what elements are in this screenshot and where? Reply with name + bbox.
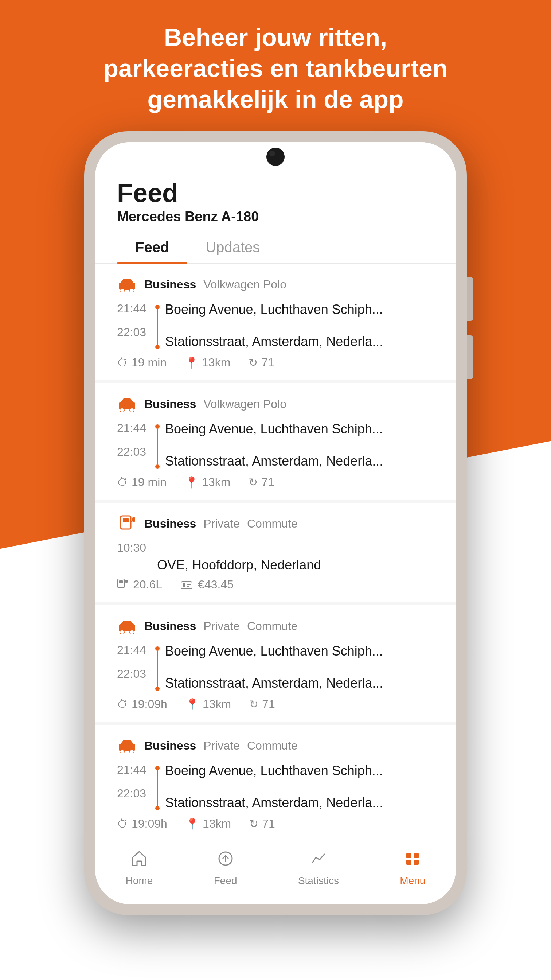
svg-point-2 [130,288,134,292]
camera-area [95,142,456,171]
car-icon-1 [117,275,137,294]
duration-4: 19:09h [132,697,167,711]
phone-wrapper: Feed Mercedes Benz A-180 Feed Updates [84,131,467,915]
svg-rect-15 [183,583,186,587]
fuel-meta-3: 20.6L €43.45 [117,578,434,591]
bottom-nav: Home Feed [95,838,456,904]
camera-dot [267,148,284,166]
nav-home[interactable]: Home [126,850,153,887]
svg-point-23 [120,749,124,753]
distance-1: 13km [202,356,230,369]
time-to-2: 22:03 [117,445,150,459]
route-times-4: 21:44 22:03 [117,643,150,691]
time-from-2: 21:44 [117,422,150,435]
route-to-2: Stationsstraat, Amsterdam, Nederla... [165,453,383,469]
trip-meta-1: ⏱ 19 min 📍 13km ↻ 71 [117,356,434,369]
refresh-icon-5: ↻ [249,818,258,830]
svg-point-1 [120,288,124,292]
feed-item-3: Business Private Commute 10:30 OVE, Hoof… [95,503,456,602]
tab-feed[interactable]: Feed [117,228,187,263]
app-header: Feed Mercedes Benz A-180 [95,171,456,228]
route-container-2: 21:44 22:03 Boeing Avenue, Luchthaven Sc… [117,422,434,469]
time-from-4: 21:44 [117,643,150,657]
route-addresses-5: Boeing Avenue, Luchthaven Schiph... Stat… [165,763,383,810]
pin-icon-2: 📍 [185,476,198,488]
meta-liters-3: 20.6L [117,578,162,591]
nav-statistics[interactable]: Statistics [298,850,339,887]
route-bar-2 [155,422,160,469]
pin-icon-4: 📍 [186,698,199,711]
feed-icon [216,850,235,872]
meta-score-1: ↻ 71 [249,356,275,369]
menu-icon [403,850,422,872]
header-text: Beheer jouw ritten, parkeeracties en tan… [0,22,551,115]
score-1: 71 [261,356,275,369]
svg-point-4 [120,408,124,412]
route-container-4: 21:44 22:03 Boeing Avenue, Luchthaven Sc… [117,643,434,691]
tag-private-4: Private [203,619,240,633]
tag-business-2: Business [144,398,196,411]
time-from-5: 21:44 [117,763,150,776]
fuel-address-3: OVE, Hoofddorp, Nederland [157,557,434,573]
nav-menu-label: Menu [400,875,425,887]
meta-duration-4: ⏱ 19:09h [117,697,167,711]
svg-rect-27 [407,853,411,858]
meta-distance-4: 📍 13km [186,697,231,711]
route-to-5: Stationsstraat, Amsterdam, Nederla... [165,795,383,810]
meta-score-2: ↻ 71 [249,476,275,489]
tag-commute-4: Commute [247,619,298,633]
header-line3: gemakkelijk in de app [29,84,522,115]
item-header-3: Business Private Commute [117,514,434,534]
route-container-5: 21:44 22:03 Boeing Avenue, Luchthaven Sc… [117,763,434,810]
route-addresses-4: Boeing Avenue, Luchthaven Schiph... Stat… [165,643,383,691]
nav-menu[interactable]: Menu [400,850,425,887]
refresh-icon-1: ↻ [249,356,258,369]
feed-item-5: Business Private Commute 21:44 22:03 [95,725,456,838]
item-header-4: Business Private Commute [117,616,434,636]
svg-rect-11 [119,581,123,583]
duration-2: 19 min [132,476,167,489]
route-times-2: 21:44 22:03 [117,422,150,469]
clock-icon-1: ⏱ [117,356,128,369]
meta-score-5: ↻ 71 [249,817,275,830]
meta-duration-1: ⏱ 19 min [117,356,167,369]
item-header-5: Business Private Commute [117,736,434,756]
trip-meta-4: ⏱ 19:09h 📍 13km ↻ 71 [117,697,434,711]
route-bar-5 [155,763,160,810]
score-5: 71 [262,817,275,830]
distance-4: 13km [203,697,231,711]
nav-statistics-label: Statistics [298,875,339,887]
route-addresses-2: Boeing Avenue, Luchthaven Schiph... Stat… [165,422,383,469]
svg-rect-29 [407,860,411,865]
tag-commute-5: Commute [247,739,298,752]
svg-point-5 [130,408,134,412]
nav-feed[interactable]: Feed [214,850,237,887]
time-to-1: 22:03 [117,326,150,339]
tag-private-5: Private [203,739,240,752]
tag-sub-2: Volkwagen Polo [203,398,286,411]
tab-updates[interactable]: Updates [187,228,278,263]
meta-distance-1: 📍 13km [185,356,230,369]
svg-point-21 [130,630,134,634]
meta-duration-2: ⏱ 19 min [117,476,167,489]
feed-item-1: Business Volkwagen Polo 21:44 22:03 [95,264,456,380]
route-to-1: Stationsstraat, Amsterdam, Nederla... [165,334,383,349]
distance-2: 13km [202,476,230,489]
distance-5: 13km [203,817,231,830]
time-from-1: 21:44 [117,302,150,315]
route-to-4: Stationsstraat, Amsterdam, Nederla... [165,676,383,691]
meta-distance-2: 📍 13km [185,476,230,489]
tag-business-1: Business [144,278,196,291]
tag-sub-1: Volkwagen Polo [203,278,286,291]
route-times-5: 21:44 22:03 [117,763,150,810]
clock-icon-4: ⏱ [117,698,128,711]
item-header-1: Business Volkwagen Polo [117,275,434,294]
feed-item-2: Business Volkwagen Polo 21:44 22:03 [95,383,456,500]
fuel-icon-3 [117,514,137,534]
route-from-1: Boeing Avenue, Luchthaven Schiph... [165,302,383,317]
route-container-1: 21:44 22:03 Boeing Avenue, Luchthaven Sc… [117,302,434,349]
time-to-5: 22:03 [117,787,150,800]
tag-private-3: Private [203,517,240,530]
svg-rect-13 [125,580,127,582]
svg-point-20 [120,630,124,634]
